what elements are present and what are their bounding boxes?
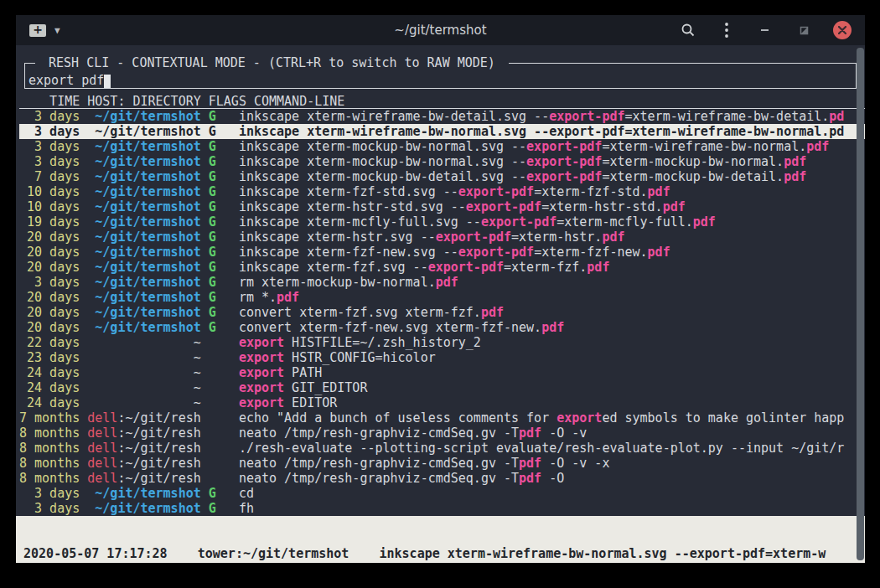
kebab-menu-icon [724, 22, 729, 39]
history-row[interactable]: 20 days ~/git/termshot G inkscape xterm-… [19, 230, 865, 245]
detail-line-1: 2020-05-07 17:17:28 tower:~/git/termshot… [16, 546, 865, 561]
history-row[interactable]: 19 days ~/git/termshot G inkscape xterm-… [19, 214, 865, 230]
history-row[interactable]: 20 days ~/git/termshot G convert xterm-f… [19, 305, 865, 320]
search-box[interactable]: RESH CLI - CONTEXTUAL MODE - (CTRL+R to … [24, 55, 857, 89]
history-row[interactable]: 3 days ~/git/termshot G fh [19, 501, 865, 516]
search-button[interactable] [679, 21, 697, 39]
history-row[interactable]: 3 days ~/git/termshot G inkscape xterm-w… [19, 109, 865, 124]
detail-panel: 2020-05-07 17:17:28 tower:~/git/termshot… [16, 516, 865, 563]
history-row[interactable]: 22 days ~ export HISTFILE=~/.zsh_history… [19, 335, 865, 350]
history-row[interactable]: 24 days ~ export EDITOR [19, 395, 865, 410]
history-row[interactable]: 10 days ~/git/termshot G inkscape xterm-… [19, 199, 865, 214]
scrollbar[interactable] [857, 48, 864, 560]
text-cursor [104, 75, 111, 88]
history-row[interactable]: 3 days ~/git/termshot G inkscape xterm-m… [19, 154, 865, 169]
history-row[interactable]: 10 days ~/git/termshot G inkscape xterm-… [19, 184, 865, 199]
history-row[interactable]: 8 months dell:~/git/resh neato /tmp/resh… [19, 471, 865, 486]
table-header: TIME HOST: DIRECTORY FLAGS COMMAND-LINE [19, 94, 865, 109]
history-row[interactable]: 20 days ~/git/termshot G inkscape xterm-… [19, 260, 865, 275]
maximize-icon [800, 26, 809, 35]
menu-button[interactable] [717, 21, 736, 39]
minimize-button[interactable] [756, 21, 774, 39]
close-icon [838, 26, 846, 34]
history-row[interactable]: 20 days ~/git/termshot G convert xterm-f… [19, 320, 865, 335]
history-row[interactable]: 20 days ~/git/termshot G rm *.pdf [19, 290, 865, 305]
history-row[interactable]: 20 days ~/git/termshot G inkscape xterm-… [19, 245, 865, 260]
close-button[interactable] [833, 21, 852, 39]
history-row[interactable]: 7 months dell:~/git/resh echo "Add a bun… [19, 410, 865, 426]
minimize-icon [760, 28, 770, 32]
new-tab-button[interactable] [29, 24, 46, 37]
history-row[interactable]: 7 days ~/git/termshot G inkscape xterm-m… [19, 169, 865, 184]
terminal-content: RESH CLI - CONTEXTUAL MODE - (CTRL+R to … [16, 45, 865, 563]
history-row[interactable]: 8 months dell:~/git/resh neato /tmp/resh… [19, 456, 865, 471]
search-icon [681, 23, 696, 38]
titlebar[interactable]: ▼ ~/git/termshot [16, 15, 865, 45]
history-table-body: 3 days ~/git/termshot G inkscape xterm-w… [19, 109, 865, 516]
new-tab-icon [29, 24, 46, 37]
chevron-down-icon[interactable]: ▼ [54, 25, 60, 36]
history-row[interactable]: 23 days ~ export HSTR_CONFIG=hicolor [19, 350, 865, 365]
history-row[interactable]: 3 days ~/git/termshot G inkscape xterm-w… [19, 124, 865, 139]
history-row[interactable]: 3 days ~/git/termshot G cd [19, 486, 865, 501]
history-row[interactable]: 24 days ~ export PATH [19, 365, 865, 380]
history-row[interactable]: 3 days ~/git/termshot G inkscape xterm-m… [19, 139, 865, 154]
history-row[interactable]: 8 months dell:~/git/resh neato /tmp/resh… [19, 426, 865, 441]
history-row[interactable]: 8 months dell:~/git/resh ./resh-evaluate… [19, 441, 865, 456]
maximize-button[interactable] [795, 21, 813, 39]
terminal-window: ▼ ~/git/termshot [16, 15, 865, 563]
history-row[interactable]: 24 days ~ export GIT_EDITOR [19, 380, 865, 395]
search-box-title: RESH CLI - CONTEXTUAL MODE - (CTRL+R to … [35, 55, 509, 70]
search-input[interactable]: export pdf [28, 73, 104, 88]
history-row[interactable]: 3 days ~/git/termshot G rm xterm-mockup-… [19, 275, 865, 290]
